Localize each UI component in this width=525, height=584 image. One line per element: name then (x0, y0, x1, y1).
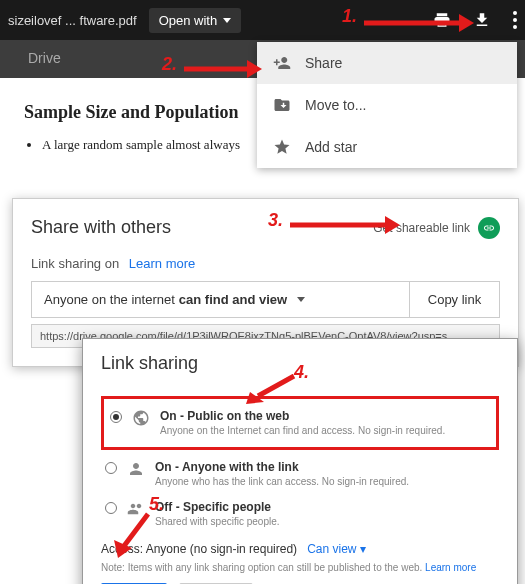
more-actions-icon[interactable] (513, 11, 517, 29)
move-icon (273, 96, 291, 114)
callout-4: 4. (294, 362, 309, 383)
more-actions-menu: Share Move to... Add star (257, 42, 517, 168)
note-learn-more[interactable]: Learn more (425, 562, 476, 573)
svg-line-8 (124, 514, 148, 546)
link-person-icon (127, 460, 145, 478)
open-with-button[interactable]: Open with (149, 8, 242, 33)
menu-label: Move to... (305, 97, 366, 113)
radio-icon (105, 462, 117, 474)
permission-dropdown[interactable]: Anyone on the internet can find and view (32, 282, 409, 317)
option-anyone-link[interactable]: On - Anyone with the link Anyone who has… (101, 454, 499, 494)
star-icon (273, 138, 291, 156)
callout-1: 1. (342, 6, 357, 27)
can-view-dropdown[interactable]: Can view ▾ (307, 542, 366, 556)
svg-line-6 (258, 376, 294, 396)
access-row: Access: Anyone (no sign-in required) Can… (101, 542, 499, 556)
svg-marker-5 (385, 216, 400, 234)
menu-item-move[interactable]: Move to... (257, 84, 517, 126)
menu-item-star[interactable]: Add star (257, 126, 517, 168)
note-row: Note: Items with any link sharing option… (101, 562, 499, 573)
drive-label: Drive (28, 50, 61, 66)
file-name: sizeilovef ... ftware.pdf (8, 13, 137, 28)
menu-item-share[interactable]: Share (257, 42, 517, 84)
radio-selected-icon (110, 411, 122, 423)
open-with-label: Open with (159, 13, 218, 28)
callout-box-4: On - Public on the web Anyone on the Int… (101, 396, 499, 450)
arrow-icon (364, 14, 474, 32)
download-icon[interactable] (473, 11, 491, 29)
svg-marker-1 (459, 14, 474, 32)
callout-2: 2. (162, 54, 177, 75)
menu-label: Add star (305, 139, 357, 155)
svg-marker-3 (247, 60, 262, 78)
globe-icon (132, 409, 150, 427)
person-add-icon (273, 54, 291, 72)
link-icon (478, 217, 500, 239)
arrow-icon (290, 216, 400, 234)
copy-link-button[interactable]: Copy link (409, 282, 499, 317)
permission-row: Anyone on the internet can find and view… (31, 281, 500, 318)
learn-more-link[interactable]: Learn more (129, 256, 195, 271)
callout-3: 3. (268, 210, 283, 231)
arrow-icon (184, 60, 262, 78)
caret-down-icon (297, 297, 305, 302)
callout-5: 5. (149, 494, 164, 515)
caret-down-icon (223, 18, 231, 23)
arrow-icon (112, 510, 152, 558)
menu-label: Share (305, 55, 342, 71)
option-public[interactable]: On - Public on the web Anyone on the Int… (106, 403, 494, 443)
link-sharing-status: Link sharing on Learn more (31, 256, 500, 271)
arrow-icon (246, 374, 296, 404)
